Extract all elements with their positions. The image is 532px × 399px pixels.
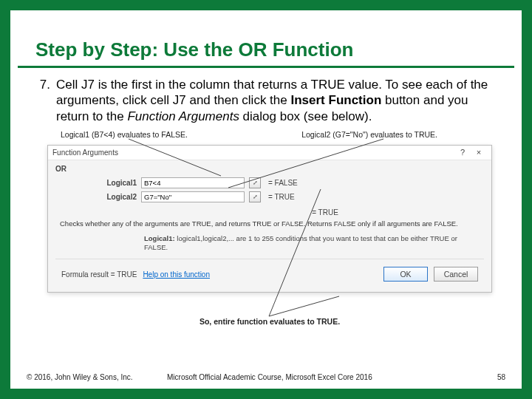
ok-button[interactable]: OK (383, 267, 428, 282)
slide-footer: © 2016, John Wiley & Sons, Inc. Microsof… (27, 373, 505, 381)
dialog-separator (55, 259, 484, 259)
function-name: OR (55, 165, 484, 173)
function-description: Checks whether any of the arguments are … (55, 218, 484, 234)
arg1-range-icon[interactable]: ⤢ (249, 177, 261, 188)
help-icon[interactable]: ? (454, 148, 471, 157)
callout-logical2: Logical2 (G7="No") evaluates to TRUE. (301, 130, 437, 139)
step-number: 7. (37, 77, 56, 124)
arg-row-1: Logical1 ⤢ = FALSE (55, 176, 484, 190)
arg1-label: Logical1 (100, 179, 137, 187)
arg1-input[interactable] (141, 177, 245, 188)
step-text: Cell J7 is the first in the column that … (56, 77, 495, 124)
formula-result-label: Formula result = (61, 270, 115, 279)
hint-text: logical1,logical2,... are 1 to 255 condi… (144, 234, 457, 251)
slide-title: Step by Step: Use the OR Function (18, 10, 514, 68)
close-icon[interactable]: × (471, 148, 487, 157)
arg2-label: Logical2 (100, 193, 137, 201)
dialog-titlebar[interactable]: Function Arguments ? × (48, 146, 491, 160)
footer-copyright: © 2016, John Wiley & Sons, Inc. (27, 373, 160, 381)
footer-course: Microsoft Official Academic Course, Micr… (160, 373, 476, 381)
arg2-result: = TRUE (265, 193, 295, 201)
callout-logical1: Logical1 (B7<4) evaluates to FALSE. (61, 130, 188, 139)
help-link[interactable]: Help on this function (143, 270, 378, 279)
step-text-italic: Function Arguments (127, 109, 239, 123)
dialog-title: Function Arguments (52, 149, 454, 157)
hint-label: Logical1: (144, 234, 175, 242)
callout-overall: So, entire function evaluates to TRUE. (200, 317, 340, 326)
arg1-result: = FALSE (265, 179, 298, 187)
formula-result-value: TRUE (117, 270, 137, 279)
footer-page: 58 (476, 373, 505, 381)
svg-line-2 (269, 296, 339, 316)
slide: Step by Step: Use the OR Function 7. Cel… (10, 10, 522, 389)
dialog-content: OR Logical1 ⤢ = FALSE Logical2 ⤢ = TRUE … (48, 160, 491, 293)
formula-result: Formula result = TRUE (61, 270, 137, 279)
step-text-bold: Insert Function (290, 93, 381, 107)
step-body: 7. Cell J7 is the first in the column th… (10, 74, 522, 124)
overall-result: = TRUE (55, 204, 484, 218)
dialog-figure: Logical1 (B7<4) evaluates to FALSE. Logi… (47, 130, 492, 326)
arg-row-2: Logical2 ⤢ = TRUE (55, 190, 484, 204)
arg2-input[interactable] (141, 191, 245, 202)
step-text-c: dialog box (see below). (239, 109, 372, 123)
cancel-button[interactable]: Cancel (434, 267, 478, 282)
arg2-range-icon[interactable]: ⤢ (249, 191, 261, 202)
argument-hint: Logical1: logical1,logical2,... are 1 to… (55, 234, 484, 258)
function-arguments-dialog: Function Arguments ? × OR Logical1 ⤢ = F… (47, 145, 492, 293)
dialog-footer: Formula result = TRUE Help on this funct… (55, 264, 484, 287)
